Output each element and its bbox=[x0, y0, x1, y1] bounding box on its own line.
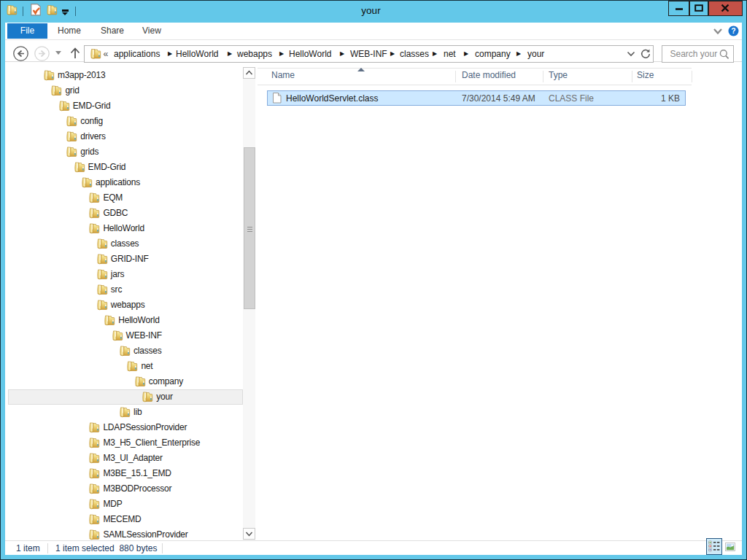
svg-text:?: ? bbox=[731, 26, 735, 35]
